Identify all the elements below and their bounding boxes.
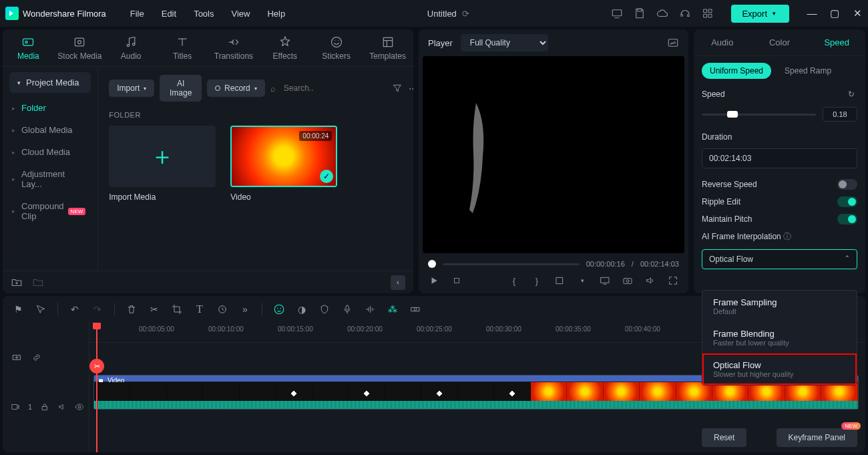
search-input[interactable]: [281, 81, 387, 96]
display-icon[interactable]: [611, 7, 623, 19]
sidebar-item-cloud-media[interactable]: Cloud Media: [3, 141, 97, 163]
sidebar-item-compound[interactable]: Compound ClipNEW: [3, 195, 97, 227]
playhead-cut-icon[interactable]: ✂: [89, 359, 104, 373]
ripple-label: Ripple Edit: [702, 197, 740, 206]
camera-icon[interactable]: [622, 275, 634, 287]
sidebar-item-adjustment[interactable]: Adjustment Lay...: [3, 163, 97, 195]
tab-templates[interactable]: Templates: [362, 29, 413, 66]
volume-icon[interactable]: [644, 275, 656, 287]
crop-button[interactable]: [171, 303, 183, 315]
display-mode-icon[interactable]: [599, 275, 611, 287]
sidebar-item-folder[interactable]: Folder: [3, 97, 97, 119]
properties-panel: Audio Color Speed Uniform Speed Speed Ra…: [694, 29, 865, 293]
reset-speed-icon[interactable]: ↻: [845, 88, 857, 100]
record-button[interactable]: Record▾: [207, 80, 265, 97]
collapse-sidebar-button[interactable]: ‹: [391, 275, 405, 290]
speed-value[interactable]: 0.18: [823, 107, 857, 122]
tab-media[interactable]: Media: [3, 29, 54, 66]
menu-tools[interactable]: Tools: [194, 9, 214, 19]
shield-icon[interactable]: [318, 303, 331, 315]
menu-help[interactable]: Help: [267, 9, 285, 19]
keyframe-icon[interactable]: [409, 303, 421, 315]
more-tools-icon[interactable]: »: [239, 303, 251, 315]
dd-optical-flow[interactable]: Optical FlowSlower but higher quality: [702, 353, 857, 385]
minimize-button[interactable]: —: [807, 7, 817, 19]
add-track-icon[interactable]: [11, 351, 23, 363]
import-button[interactable]: Import▾: [109, 80, 154, 97]
folder-label: FOLDER: [109, 111, 413, 119]
filter-icon[interactable]: [392, 82, 403, 94]
mark-in-button[interactable]: {: [508, 275, 520, 287]
more-icon[interactable]: ⋯: [408, 82, 413, 94]
lock-icon[interactable]: [40, 401, 49, 413]
menu-edit[interactable]: Edit: [162, 9, 176, 19]
undo-button[interactable]: ↶: [69, 303, 81, 315]
marker-flag-icon[interactable]: ⚑: [12, 303, 24, 315]
scrubber[interactable]: [443, 263, 580, 265]
tab-color[interactable]: Color: [751, 29, 809, 55]
reverse-toggle[interactable]: [837, 179, 857, 190]
color-wheel-icon[interactable]: ◑: [296, 303, 308, 315]
import-media-slot[interactable]: ＋ Import Media: [109, 126, 216, 202]
uniform-speed-tab[interactable]: Uniform Speed: [702, 63, 771, 79]
visibility-icon[interactable]: [75, 401, 84, 413]
tab-audio[interactable]: Audio: [105, 29, 157, 66]
fullscreen-icon[interactable]: [667, 275, 679, 287]
tab-titles[interactable]: Titles: [157, 29, 208, 66]
maximize-button[interactable]: ▢: [829, 7, 840, 19]
tab-stickers[interactable]: Stickers: [310, 29, 362, 66]
dd-frame-blending[interactable]: Frame BlendingFaster but lower quality: [702, 322, 857, 353]
sidebar-item-global-media[interactable]: Global Media: [3, 119, 97, 141]
apps-icon[interactable]: [702, 7, 714, 19]
speed-icon[interactable]: [216, 303, 228, 315]
mark-out-button[interactable]: }: [531, 275, 543, 287]
magic-icon[interactable]: ⁂: [387, 303, 399, 315]
tab-audio[interactable]: Audio: [694, 29, 751, 55]
stop-button[interactable]: [451, 275, 463, 287]
menu-view[interactable]: View: [231, 9, 250, 19]
cursor-icon[interactable]: [35, 303, 47, 315]
ai-image-button[interactable]: AI Image: [160, 75, 202, 102]
close-button[interactable]: ✕: [852, 7, 863, 19]
play-button[interactable]: [428, 275, 440, 287]
new-folder-icon[interactable]: [11, 277, 23, 289]
ratio-chevron-icon[interactable]: ▾: [576, 275, 588, 287]
pitch-toggle[interactable]: [837, 214, 857, 224]
video-track-icon[interactable]: [11, 401, 20, 413]
dd-frame-sampling[interactable]: Frame SamplingDefault: [702, 291, 857, 322]
tab-stock-media[interactable]: Stock Media: [54, 29, 105, 66]
mute-icon[interactable]: [57, 401, 67, 413]
menu-file[interactable]: File: [130, 9, 144, 19]
audio-sync-icon[interactable]: [364, 303, 376, 315]
tab-speed[interactable]: Speed: [808, 29, 865, 55]
delete-button[interactable]: [126, 303, 138, 315]
redo-button[interactable]: ↷: [91, 303, 103, 315]
quality-select[interactable]: Full Quality: [461, 34, 548, 51]
info-icon[interactable]: ⓘ: [783, 232, 791, 241]
project-media-toggle[interactable]: ▾Project Media: [9, 72, 91, 93]
scrubber-handle[interactable]: [428, 260, 436, 268]
trash-folder-icon[interactable]: [32, 277, 44, 289]
speed-ramp-tab[interactable]: Speed Ramp: [777, 63, 839, 79]
text-button[interactable]: T: [194, 303, 206, 315]
headphones-icon[interactable]: [679, 7, 691, 19]
playhead[interactable]: ✂: [96, 323, 97, 452]
mic-icon[interactable]: [341, 303, 353, 315]
tab-transitions[interactable]: Transitions: [208, 29, 260, 66]
sync-icon[interactable]: ⟳: [462, 9, 469, 19]
ai-interp-select[interactable]: Optical Flow⌃: [702, 249, 857, 269]
link-icon[interactable]: [31, 351, 43, 363]
speed-slider[interactable]: [702, 114, 816, 116]
cloud-icon[interactable]: [656, 7, 668, 19]
ai-face-icon[interactable]: [273, 303, 285, 315]
save-icon[interactable]: [634, 7, 646, 19]
split-button[interactable]: ✂: [148, 303, 160, 315]
snapshot-icon[interactable]: [667, 37, 679, 49]
clip-thumbnail[interactable]: 00:00:24 ✓ Video: [230, 126, 337, 202]
duration-input[interactable]: 00:02:14:03: [702, 148, 857, 168]
crop-ratio-icon[interactable]: [554, 275, 566, 287]
tab-effects[interactable]: Effects: [259, 29, 310, 66]
ripple-toggle[interactable]: [837, 196, 857, 207]
player-stage[interactable]: [423, 56, 684, 253]
export-button[interactable]: Export▾: [731, 5, 789, 23]
